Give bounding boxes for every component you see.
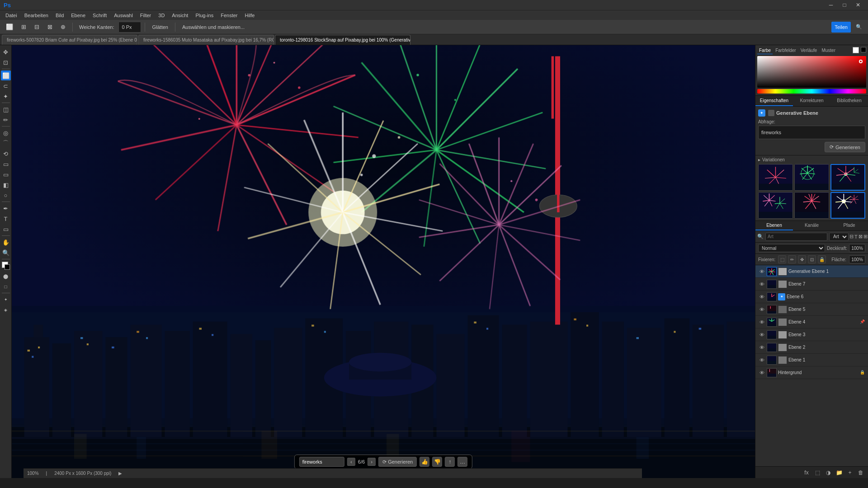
menu-item-ebene[interactable]: Ebene — [67, 12, 89, 19]
color-tab-farbe[interactable]: Farbe — [757, 47, 773, 54]
layers-search-input[interactable] — [765, 233, 827, 241]
layer-item-2[interactable]: 👁 Ebene 2 — [755, 341, 868, 354]
opacity-input[interactable] — [849, 244, 865, 252]
layers-fx-btn[interactable]: fx — [802, 469, 811, 477]
layer-item-generative-1[interactable]: 👁 Generative Ebene 1 — [755, 265, 868, 278]
tool-gradient[interactable]: ◧ — [1, 180, 11, 190]
tool-dodge[interactable]: ○ — [1, 190, 11, 200]
layer-item-hintergrund[interactable]: 👁 Hintergrund 🔒 — [755, 366, 868, 379]
tool-lasso[interactable]: ⊂ — [1, 81, 11, 91]
new-selection-btn[interactable]: ⬜ — [3, 22, 16, 33]
tool-crop[interactable]: ◫ — [1, 104, 11, 114]
menu-item-datei[interactable]: Datei — [2, 12, 21, 19]
gen-more-btn[interactable]: … — [458, 457, 467, 467]
layer-item-5[interactable]: 👁 Ebene 5 — [755, 303, 868, 316]
variation-6[interactable] — [830, 192, 865, 219]
menu-item-bearbeiten[interactable]: Bearbeiten — [21, 12, 52, 19]
layer-vis-hintergrund[interactable]: 👁 — [758, 369, 765, 376]
tool-move[interactable]: ✥ — [1, 47, 11, 57]
layer-item-4[interactable]: 👁 Ebene 4 📌 — [755, 316, 868, 328]
intersect-selection-btn[interactable]: ⊠ — [44, 22, 56, 33]
add-selection-btn[interactable]: ⊞ — [18, 22, 29, 33]
variation-4[interactable] — [758, 192, 793, 219]
tool-hand[interactable]: ✋ — [1, 237, 11, 247]
lock-transparency-btn[interactable]: ⬚ — [778, 255, 786, 263]
close-button[interactable]: ✕ — [852, 1, 864, 9]
tool-extra-1[interactable]: ✦ — [1, 295, 11, 305]
layers-folder-btn[interactable]: 📁 — [835, 469, 844, 477]
tool-shape[interactable]: ▭ — [1, 224, 11, 234]
layer-item-1[interactable]: 👁 Ebene 1 — [755, 354, 868, 366]
lock-pixels-btn[interactable]: ✏ — [788, 255, 796, 263]
layer-vis-4[interactable]: 👁 — [758, 319, 765, 326]
menu-item-schrift[interactable]: Schrift — [89, 12, 110, 19]
blend-mode-select[interactable]: Normal Aufhellen Abdunkeln Multipliziere… — [758, 244, 825, 252]
gen-thumbs-up-btn[interactable]: 👍 — [420, 457, 429, 467]
color-hue-slider[interactable] — [757, 89, 866, 94]
maximize-button[interactable]: □ — [838, 1, 851, 9]
auswaehlen-maskieren-btn[interactable]: Auswählen und maskieren... — [179, 22, 248, 33]
tab-bibliotheken[interactable]: Bibliotheken — [830, 96, 868, 106]
gen-prev-btn[interactable]: ‹ — [347, 458, 355, 466]
gen-share-btn[interactable]: ↑ — [445, 457, 455, 467]
layer-item-6[interactable]: 👁 ✦ Ebene 6 — [755, 291, 868, 303]
layers-tab-pfade[interactable]: Pfade — [830, 221, 868, 230]
layers-btn-3[interactable]: ⊠ — [859, 232, 863, 241]
color-picker-gradient[interactable] — [757, 56, 866, 88]
subtract-selection-btn[interactable]: ⊟ — [31, 22, 42, 33]
layer-vis-1[interactable]: 👁 — [758, 357, 765, 364]
color-tab-muster[interactable]: Muster — [820, 47, 837, 54]
layers-adj-btn[interactable]: ◑ — [824, 469, 833, 477]
variation-3[interactable] — [830, 164, 865, 191]
fill-input[interactable] — [849, 255, 865, 263]
tool-screen-mode[interactable]: □ — [1, 282, 11, 291]
tool-magic-wand[interactable]: ✦ — [1, 91, 11, 101]
color-tab-farbfelder[interactable]: Farbfelder — [774, 47, 798, 54]
tool-artboard[interactable]: ⊡ — [1, 57, 11, 67]
tool-eyedropper[interactable]: ✏ — [1, 115, 11, 125]
bg-color-swatch[interactable] — [861, 47, 866, 52]
menu-item-bild[interactable]: Bild — [52, 12, 67, 19]
layer-vis-6[interactable]: 👁 — [758, 293, 765, 300]
color-picker-handle[interactable] — [859, 60, 863, 63]
menu-item-plug-ins[interactable]: Plug-ins — [192, 12, 217, 19]
status-arrow[interactable]: ▶ — [118, 471, 122, 476]
lock-all-btn[interactable]: 🔒 — [818, 255, 826, 263]
gen-next-btn[interactable]: › — [368, 458, 376, 466]
variation-2[interactable] — [794, 164, 829, 191]
layers-btn-1[interactable]: ⊟ — [849, 232, 854, 241]
layer-vis-2[interactable]: 👁 — [758, 344, 765, 351]
variation-1[interactable] — [758, 164, 793, 191]
tool-extra-2[interactable]: ◈ — [1, 305, 11, 315]
layers-tab-ebenen[interactable]: Ebenen — [755, 221, 793, 230]
lock-artboard-btn[interactable]: ⊡ — [808, 255, 816, 263]
generieren-button[interactable]: ⟳ Generieren — [825, 142, 865, 152]
tool-icon-extra[interactable]: ⊕ — [57, 22, 69, 33]
layers-btn-4[interactable]: ⊞ — [863, 232, 868, 241]
tool-pen[interactable]: ✒ — [1, 203, 11, 213]
layers-mask-btn[interactable]: ⬚ — [813, 469, 822, 477]
menu-item-filter[interactable]: Filter — [137, 12, 155, 19]
tool-quick-mask[interactable]: ⬤ — [1, 271, 11, 281]
share-btn[interactable]: Teilen — [831, 22, 851, 33]
menu-item-3d[interactable]: 3D — [155, 12, 168, 19]
layer-vis-5[interactable]: 👁 — [758, 306, 765, 313]
tab-eigenschaften[interactable]: Eigenschaften — [755, 96, 793, 106]
layer-item-3[interactable]: 👁 Ebene 3 — [755, 328, 868, 341]
layers-tab-kanaele[interactable]: Kanäle — [793, 221, 830, 230]
tab-fireworks1[interactable]: fireworks-5007820 Briam Cute auf Pixabay… — [2, 35, 137, 45]
layer-vis-generative-1[interactable]: 👁 — [758, 268, 765, 275]
fg-color-swatch[interactable] — [853, 47, 859, 53]
tab-korrekturen[interactable]: Korrekturen — [793, 96, 830, 106]
abfrage-input[interactable] — [758, 126, 865, 139]
gen-generieren-btn[interactable]: ⟳ Generieren — [378, 457, 417, 467]
menu-item-auswahl[interactable]: Auswahl — [110, 12, 137, 19]
variation-5[interactable] — [794, 192, 829, 219]
tab-fireworks2[interactable]: fireworks-1586035 Muto Masataka auf Pixa… — [138, 35, 274, 45]
tool-rect-select[interactable]: ⬜ — [1, 70, 11, 80]
color-tab-verlaeufe[interactable]: Verläufe — [799, 47, 819, 54]
glatten-btn[interactable]: Glätten — [149, 22, 171, 33]
layer-vis-7[interactable]: 👁 — [758, 281, 765, 288]
gen-thumbs-down-btn[interactable]: 👎 — [432, 457, 442, 467]
tool-fg-color[interactable] — [1, 261, 11, 271]
